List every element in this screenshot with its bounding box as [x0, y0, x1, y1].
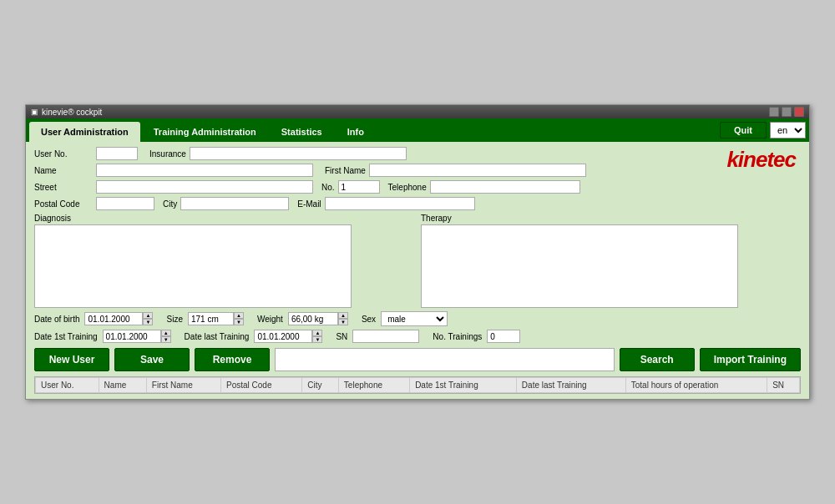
remove-button[interactable]: Remove	[195, 348, 270, 371]
dob-down[interactable]: ▼	[143, 319, 153, 325]
date1st-down[interactable]: ▼	[161, 336, 171, 343]
size-spinner: ▲ ▼	[188, 312, 244, 325]
brand-logo: kinetec	[726, 147, 796, 173]
date-last-input[interactable]	[254, 330, 312, 343]
street-input[interactable]	[96, 180, 313, 194]
dob-up[interactable]: ▲	[143, 312, 153, 319]
insurance-input[interactable]	[190, 147, 407, 160]
no-trainings-input[interactable]	[487, 330, 520, 343]
nav-bar: User Administration Training Administrat…	[26, 118, 809, 142]
app-title: kinevie® cockpit	[42, 108, 102, 117]
datelast-up[interactable]: ▲	[312, 330, 322, 336]
therapy-textarea[interactable]	[421, 224, 738, 308]
user-no-input[interactable]	[96, 147, 138, 160]
diagnosis-textarea[interactable]	[34, 224, 352, 308]
col-city: City	[302, 378, 339, 393]
col-date-last: Date last Training	[516, 378, 625, 393]
first-name-input[interactable]	[369, 164, 586, 177]
telephone-input[interactable]	[430, 180, 580, 194]
row-postal: Postal Code City E-Mail	[34, 197, 801, 210]
date1st-up[interactable]: ▲	[161, 330, 171, 336]
row-training-dates: Date 1st Training ▲ ▼ Date last Training…	[34, 330, 801, 343]
quit-button[interactable]: Quit	[720, 122, 767, 139]
main-content: kinetec User No. Insurance Name First Na…	[26, 142, 809, 399]
table-header-row: User No. Name First Name Postal Code Cit…	[36, 378, 800, 393]
first-name-label: First Name	[325, 166, 366, 175]
maximize-btn[interactable]	[782, 107, 792, 117]
email-input[interactable]	[325, 197, 475, 210]
tab-training-administration[interactable]: Training Administration	[142, 122, 268, 142]
search-text-input[interactable]	[275, 348, 615, 371]
col-date-1st: Date 1st Training	[410, 378, 517, 393]
therapy-col: Therapy	[421, 214, 801, 308]
postal-code-label: Postal Code	[34, 199, 93, 209]
action-buttons: New User Save Remove Search Import Train…	[34, 348, 801, 371]
sex-label: Sex	[362, 315, 376, 324]
insurance-label: Insurance	[149, 149, 186, 159]
date-last-label: Date last Training	[185, 332, 250, 341]
date1st-spinners: ▲ ▼	[161, 330, 171, 343]
import-training-button[interactable]: Import Training	[700, 348, 801, 371]
name-input[interactable]	[96, 164, 313, 177]
save-button[interactable]: Save	[114, 348, 190, 371]
col-first-name: First Name	[146, 378, 220, 393]
weight-label: Weight	[257, 315, 283, 324]
col-telephone: Telephone	[338, 378, 409, 393]
col-total-hours: Total hours of operation	[625, 378, 767, 393]
col-sn: SN	[767, 378, 800, 393]
date-1st-input[interactable]	[103, 330, 161, 343]
title-bar-left: ▣ kinevie® cockpit	[31, 108, 102, 117]
tab-user-administration[interactable]: User Administration	[29, 122, 140, 142]
date-1st-label: Date 1st Training	[34, 332, 98, 341]
sex-select[interactable]: male female	[381, 311, 448, 326]
datelast-spinners: ▲ ▼	[312, 330, 322, 343]
title-bar-controls	[769, 107, 804, 117]
size-input[interactable]	[188, 312, 234, 325]
diagnosis-col: Diagnosis	[34, 214, 414, 308]
tab-statistics[interactable]: Statistics	[270, 122, 334, 142]
user-no-label: User No.	[34, 149, 93, 159]
nav-right: Quit en de fr	[720, 122, 806, 142]
col-name: Name	[99, 378, 146, 393]
row-street: Street No. Telephone	[34, 180, 801, 194]
sn-input[interactable]	[352, 330, 419, 343]
weight-input[interactable]	[288, 312, 338, 325]
language-select[interactable]: en de fr	[770, 122, 806, 139]
minimize-btn[interactable]	[769, 107, 779, 117]
weight-up[interactable]: ▲	[338, 312, 348, 319]
dob-spinner: ▲ ▼	[84, 312, 153, 325]
dob-label: Date of birth	[34, 315, 79, 324]
therapy-label: Therapy	[421, 214, 801, 223]
diagnosis-label: Diagnosis	[34, 214, 414, 223]
datelast-down[interactable]: ▼	[312, 336, 322, 343]
postal-code-input[interactable]	[96, 197, 154, 210]
dob-input[interactable]	[84, 312, 143, 325]
weight-spinners: ▲ ▼	[338, 312, 348, 325]
weight-spinner: ▲ ▼	[288, 312, 348, 325]
dob-spinners: ▲ ▼	[143, 312, 153, 325]
size-label: Size	[166, 315, 182, 324]
search-button[interactable]: Search	[620, 348, 695, 371]
main-window: ▣ kinevie® cockpit User Administration T…	[25, 104, 810, 400]
users-table-container: User No. Name First Name Postal Code Cit…	[34, 376, 801, 394]
datelast-spinner: ▲ ▼	[254, 330, 322, 343]
no-trainings-label: No. Trainings	[433, 332, 482, 341]
row-dob: Date of birth ▲ ▼ Size ▲ ▼ Weight	[34, 311, 801, 326]
telephone-label: Telephone	[388, 183, 427, 192]
weight-down[interactable]: ▼	[338, 319, 348, 325]
size-spinners: ▲ ▼	[234, 312, 244, 325]
size-up[interactable]: ▲	[234, 312, 244, 319]
users-table: User No. Name First Name Postal Code Cit…	[35, 377, 800, 393]
city-input[interactable]	[180, 197, 289, 210]
new-user-button[interactable]: New User	[34, 348, 109, 371]
size-down[interactable]: ▼	[234, 319, 244, 325]
close-btn[interactable]	[794, 107, 804, 117]
no-input[interactable]	[338, 180, 380, 194]
name-label: Name	[34, 166, 93, 175]
street-label: Street	[34, 183, 93, 192]
tab-info[interactable]: Info	[336, 122, 376, 142]
city-label: City	[163, 199, 177, 209]
no-label: No.	[321, 183, 335, 192]
row-name: Name First Name	[34, 164, 801, 177]
date1st-spinner: ▲ ▼	[103, 330, 171, 343]
